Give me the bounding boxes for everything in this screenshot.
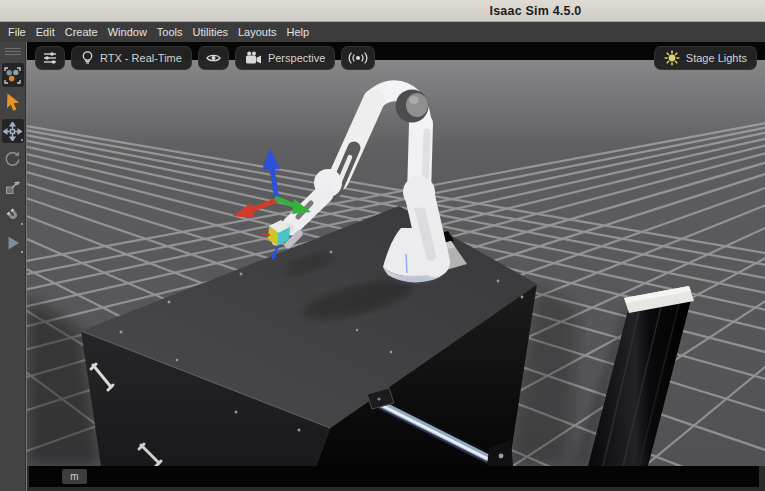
menu-utilities[interactable]: Utilities [188, 22, 233, 42]
menu-tools[interactable]: Tools [152, 22, 188, 42]
render-mode-button[interactable]: RTX - Real-Time [71, 46, 192, 70]
scale-tool-button[interactable] [2, 175, 24, 199]
menu-create[interactable]: Create [60, 22, 103, 42]
isaac-sim-window: Isaac Sim 4.5.0 File Edit Create Window … [0, 0, 765, 491]
rotate-tool-button[interactable] [2, 147, 24, 171]
toolbar-grip-handle[interactable] [5, 46, 21, 57]
tool-options-dot [21, 223, 23, 225]
stage-lights-label: Stage Lights [686, 52, 747, 64]
broadcast-button[interactable] [341, 46, 375, 70]
cursor-icon [3, 92, 23, 114]
camera-button[interactable]: Perspective [235, 46, 335, 70]
menu-window[interactable]: Window [103, 22, 152, 42]
viewport-toolbar: RTX - Real-Time Perspective [35, 46, 757, 70]
camera-label: Perspective [268, 52, 325, 64]
render-mode-label: RTX - Real-Time [100, 52, 182, 64]
lightbulb-icon [81, 50, 94, 66]
tool-options-dot [21, 139, 23, 141]
unit-button[interactable]: m [62, 469, 87, 484]
snap-tool-button[interactable] [2, 203, 24, 227]
viewport-3d[interactable]: RTX - Real-Time Perspective [26, 42, 765, 491]
play-button[interactable] [2, 231, 24, 255]
window-titlebar[interactable]: Isaac Sim 4.5.0 [0, 0, 765, 22]
play-icon [4, 234, 22, 252]
eye-icon [205, 50, 222, 66]
sliders-icon [42, 50, 58, 66]
rotate-icon [3, 150, 22, 169]
menu-help[interactable]: Help [282, 22, 315, 42]
menu-file[interactable]: File [3, 22, 31, 42]
move-tool-button[interactable] [2, 119, 24, 143]
timeline-bar[interactable]: m [29, 466, 759, 487]
prim-select-icon [3, 66, 22, 85]
selection-mode-button[interactable] [2, 63, 24, 87]
tool-options-dot [21, 251, 23, 253]
move-icon [3, 122, 22, 141]
render-settings-button[interactable] [35, 46, 65, 70]
window-title: Isaac Sim 4.5.0 [490, 4, 582, 18]
menu-edit[interactable]: Edit [31, 22, 60, 42]
robot-shoulder-joint [396, 90, 429, 123]
scale-icon [4, 178, 22, 196]
menu-layouts[interactable]: Layouts [233, 22, 282, 42]
robot-elbow-joint [403, 176, 435, 208]
magnet-icon [4, 206, 22, 224]
broadcast-icon [348, 50, 368, 66]
left-toolbar [0, 42, 26, 491]
select-tool-button[interactable] [2, 91, 24, 115]
stage-lights-button[interactable]: Stage Lights [654, 46, 757, 70]
menu-bar: File Edit Create Window Tools Utilities … [0, 22, 765, 42]
scene-render[interactable] [27, 42, 765, 466]
sun-icon [664, 50, 680, 66]
video-camera-icon [245, 51, 262, 65]
visibility-button[interactable] [198, 46, 229, 70]
base-led [406, 254, 407, 273]
unit-label: m [70, 471, 78, 482]
